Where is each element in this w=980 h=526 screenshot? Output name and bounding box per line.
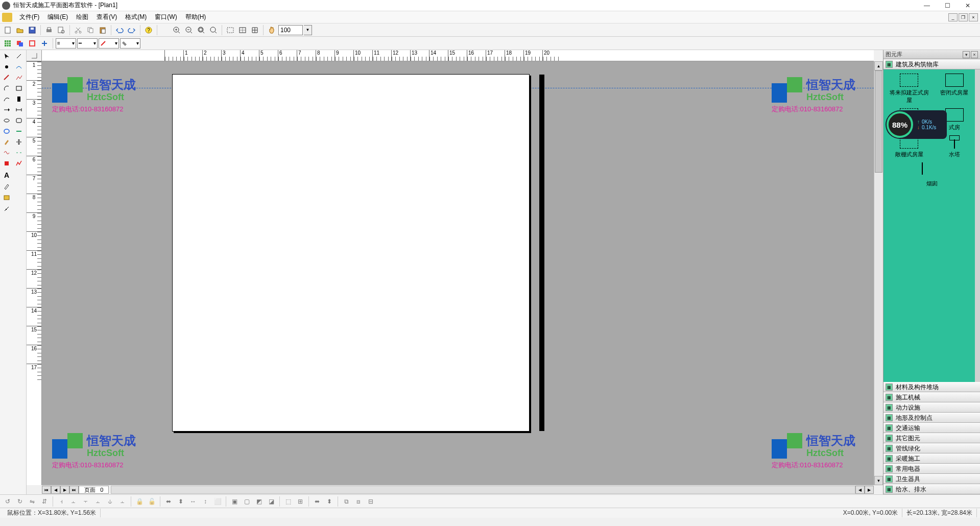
flip-h[interactable]: ⇋ [27, 496, 38, 507]
lib-item[interactable]: 烟囱 [888, 162, 976, 187]
fill-color-dropdown[interactable]: ▾ [120, 38, 140, 49]
vertical-scrollbar[interactable]: ▲ ▼ [874, 61, 883, 485]
hscroll-track[interactable] [111, 486, 855, 494]
door-tool[interactable] [13, 94, 25, 104]
menu-draw[interactable]: 绘图 [72, 13, 92, 21]
merge[interactable]: ⊟ [365, 496, 376, 507]
hatch2-tool[interactable] [13, 158, 25, 169]
lock[interactable]: 🔒 [134, 496, 145, 507]
page-tab[interactable]: 页面 0 [79, 486, 109, 494]
curve-tool[interactable] [1, 94, 12, 104]
line-tool[interactable] [13, 51, 25, 61]
mdi-close[interactable]: × [969, 13, 978, 21]
category-header-9[interactable]: ▦常用电器 [883, 464, 980, 474]
category-header-1[interactable]: ▦材料及构件堆场 [883, 382, 980, 392]
zoom-fit-button[interactable] [196, 25, 207, 36]
zoom-input[interactable]: 100 [278, 25, 303, 35]
flip-v[interactable]: ⇵ [39, 496, 50, 507]
bring-forward[interactable]: ◩ [253, 496, 265, 507]
print-button[interactable] [43, 25, 55, 36]
polyline-tool[interactable] [13, 73, 25, 83]
grid-toggle-button[interactable] [249, 25, 260, 36]
panel-close[interactable]: × [971, 51, 978, 58]
paste-button[interactable] [97, 25, 108, 36]
zoom-out-button[interactable] [183, 25, 195, 36]
wall-tool[interactable] [1, 73, 12, 83]
line-width-dropdown[interactable]: ━▾ [77, 38, 98, 49]
menu-edit[interactable]: 编辑(E) [43, 13, 72, 21]
annotate-tool[interactable] [1, 181, 12, 192]
ungroup[interactable]: ⊞ [295, 496, 306, 507]
category-header-11[interactable]: ▦给水、排水 [883, 484, 980, 494]
rotate-right[interactable]: ↻ [14, 496, 26, 507]
zoom-selection-button[interactable] [237, 25, 248, 36]
scroll-thumb[interactable] [875, 70, 882, 173]
close-button[interactable]: ✕ [958, 1, 978, 11]
scroll-right-button[interactable]: ▶ [865, 486, 874, 494]
align-right[interactable]: ⫟ [80, 496, 91, 507]
group[interactable]: ⬚ [282, 496, 294, 507]
print-preview-button[interactable] [56, 25, 67, 36]
align-top[interactable]: ⫠ [92, 496, 104, 507]
line-style-dropdown[interactable]: ≡▾ [56, 38, 76, 49]
minimize-button[interactable]: — [917, 1, 937, 11]
send-back[interactable]: ▢ [241, 496, 252, 507]
open-button[interactable] [14, 25, 26, 36]
horizontal-ruler[interactable]: 1234567891011121314151617181920 [42, 50, 874, 61]
category-header-8[interactable]: ▦采暖施工 [883, 453, 980, 464]
line-color-dropdown[interactable]: ▾ [99, 38, 119, 49]
menu-view[interactable]: 查看(V) [92, 13, 121, 21]
ruler-corner[interactable] [27, 50, 42, 61]
category-header-4[interactable]: ▦地形及控制点 [883, 413, 980, 423]
distribute-v[interactable]: ⬍ [175, 496, 186, 507]
cut-button[interactable] [73, 25, 84, 36]
align-left[interactable]: ⫞ [56, 496, 67, 507]
hline-tool[interactable] [13, 126, 25, 136]
select-tool[interactable] [1, 51, 12, 61]
align-center-h[interactable]: ⫠ [68, 496, 79, 507]
zoom-dropdown[interactable]: ▼ [304, 25, 312, 35]
roundrect-tool[interactable] [13, 115, 25, 126]
break-tool[interactable] [13, 148, 25, 158]
text-tool[interactable]: A [1, 170, 12, 180]
redo-button[interactable] [126, 25, 137, 36]
mdi-minimize[interactable]: _ [948, 13, 958, 21]
space-v[interactable]: ⬍ [324, 496, 335, 507]
category-header-0[interactable]: ▦建筑及构筑物库 [883, 59, 980, 69]
lib-scrollbar[interactable] [975, 69, 980, 382]
page-prev[interactable]: ◀ [51, 486, 60, 494]
menu-window[interactable]: 窗口(W) [151, 13, 181, 21]
same-width[interactable]: ↔ [187, 496, 199, 507]
performance-widget[interactable]: 88% ↑0K/s ↓0.1K/s [886, 110, 947, 139]
category-header-5[interactable]: ▦交通运输 [883, 423, 980, 433]
zoom-actual-button[interactable] [208, 25, 219, 36]
hatch-tool[interactable] [1, 158, 12, 169]
page-first[interactable]: ⏮ [42, 486, 51, 494]
same-height[interactable]: ↕ [200, 496, 211, 507]
measure-tool[interactable] [1, 204, 12, 214]
scroll-up-button[interactable]: ▲ [874, 61, 883, 70]
distribute-h[interactable]: ⬌ [163, 496, 174, 507]
menu-help[interactable]: 帮助(H) [181, 13, 210, 21]
category-header-6[interactable]: ▦其它图元 [883, 433, 980, 443]
menu-file[interactable]: 文件(F) [15, 13, 43, 21]
page[interactable] [172, 74, 530, 432]
mdi-restore[interactable]: ❐ [959, 13, 968, 21]
space-h[interactable]: ⬌ [312, 496, 323, 507]
menu-format[interactable]: 格式(M) [121, 13, 151, 21]
category-header-10[interactable]: ▦卫生器具 [883, 474, 980, 484]
help-button[interactable]: ? [143, 25, 154, 36]
category-header-3[interactable]: ▦动力设施 [883, 402, 980, 413]
image-tool[interactable] [1, 193, 12, 203]
grid-button[interactable] [2, 38, 13, 49]
split[interactable]: ⧈ [353, 496, 364, 507]
zoom-in-button[interactable] [171, 25, 182, 36]
page-next[interactable]: ▶ [60, 486, 69, 494]
layers-button[interactable] [14, 38, 26, 49]
unlock[interactable]: 🔓 [146, 496, 157, 507]
rect-tool[interactable] [13, 83, 25, 93]
align-middle[interactable]: ⫝ [105, 496, 116, 507]
move-tool[interactable] [13, 137, 25, 147]
pen-tool[interactable] [1, 137, 12, 147]
category-header-7[interactable]: ▦管线绿化 [883, 443, 980, 453]
